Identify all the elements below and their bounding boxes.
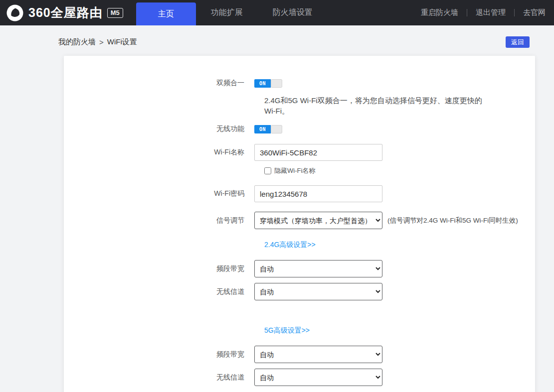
hide-wifi-name-row: 隐藏Wi-Fi名称 [264,166,535,175]
wifi-password-row: Wi-Fi密码 [64,185,535,202]
wireless-enable-toggle[interactable]: ON [254,125,282,133]
channel-24g-label: 无线信道 [64,287,254,296]
signal-mode-hint: (信号调节对2.4G Wi-Fi和5G Wi-Fi同时生效) [387,216,518,225]
toggle-knob [271,125,282,133]
wifi-name-label: Wi-Fi名称 [64,148,254,157]
toggle-knob [271,79,282,88]
advanced-5g-link-row: 5G高级设置>> [264,326,535,335]
brand-name: 360全屋路由 [28,4,103,21]
wifi-password-label: Wi-Fi密码 [64,189,254,198]
tab-extensions[interactable]: 功能扩展 [196,0,258,25]
tab-firewall-settings[interactable]: 防火墙设置 [258,0,328,25]
wireless-enable-row: 无线功能 ON [64,125,535,133]
model-badge: M5 [107,8,123,18]
bandwidth-5g-label: 频段带宽 [64,350,254,359]
back-button[interactable]: 返回 [506,36,530,48]
wifi-name-row: Wi-Fi名称 [64,144,535,161]
bandwidth-24g-label: 频段带宽 [64,264,254,273]
360-shield-logo-icon [6,4,24,22]
channel-5g-row: 无线信道 自动 [64,369,535,386]
wifi-password-input[interactable] [254,185,382,202]
channel-5g-label: 无线信道 [64,373,254,382]
dual-band-description: 2.4G和5G Wi-Fi双频合一，将为您自动选择信号更好、速度更快的Wi-Fi… [264,95,490,116]
logout-link[interactable]: 退出管理 [467,8,514,17]
breadcrumb-bar: 我的防火墙 > WiFi设置 返回 [0,25,554,56]
advanced-5g-link[interactable]: 5G高级设置>> [264,326,310,335]
wireless-enable-label: 无线功能 [64,125,254,133]
channel-24g-select[interactable]: 自动 [254,283,382,300]
signal-mode-row: 信号调节 穿墙模式（穿墙功率，大户型首选） (信号调节对2.4G Wi-Fi和5… [64,212,535,229]
dual-band-toggle[interactable]: ON [254,79,282,88]
brand: 360全屋路由 M5 [6,0,136,25]
breadcrumb-separator: > [99,38,104,46]
advanced-24g-link[interactable]: 2.4G高级设置>> [264,241,316,250]
bandwidth-24g-row: 频段带宽 自动 [64,260,535,277]
advanced-24g-link-row: 2.4G高级设置>> [264,240,535,250]
hide-wifi-name-label[interactable]: 隐藏Wi-Fi名称 [274,166,315,175]
toggle-on-text: ON [254,79,271,88]
tab-home[interactable]: 主页 [136,2,196,25]
hide-wifi-name-checkbox[interactable] [264,167,271,174]
signal-mode-select[interactable]: 穿墙模式（穿墙功率，大户型首选） [254,212,382,229]
breadcrumb-current-page: WiFi设置 [107,37,137,47]
nav-tabs: 主页 功能扩展 防火墙设置 [136,0,328,25]
breadcrumb: 我的防火墙 > WiFi设置 [58,37,137,47]
wifi-settings-panel: 双频合一 ON 2.4G和5G Wi-Fi双频合一，将为您自动选择信号更好、速度… [64,56,535,392]
wifi-name-input[interactable] [254,144,382,161]
breadcrumb-my-firewall[interactable]: 我的防火墙 [58,37,96,47]
toggle-on-text: ON [254,125,271,133]
bandwidth-5g-row: 频段带宽 自动 [64,346,535,363]
bandwidth-5g-select[interactable]: 自动 [254,346,382,363]
dual-band-row: 双频合一 ON [64,79,535,88]
channel-24g-row: 无线信道 自动 [64,283,535,300]
bandwidth-24g-select[interactable]: 自动 [254,260,382,277]
top-navigation: 360全屋路由 M5 主页 功能扩展 防火墙设置 重启防火墙 退出管理 去官网 [0,0,554,25]
dual-band-label: 双频合一 [64,79,254,88]
restart-firewall-link[interactable]: 重启防火墙 [412,8,467,17]
nav-right-links: 重启防火墙 退出管理 去官网 [412,0,548,25]
channel-5g-select[interactable]: 自动 [254,369,382,386]
signal-mode-label: 信号调节 [64,216,254,225]
official-site-link[interactable]: 去官网 [515,8,548,17]
